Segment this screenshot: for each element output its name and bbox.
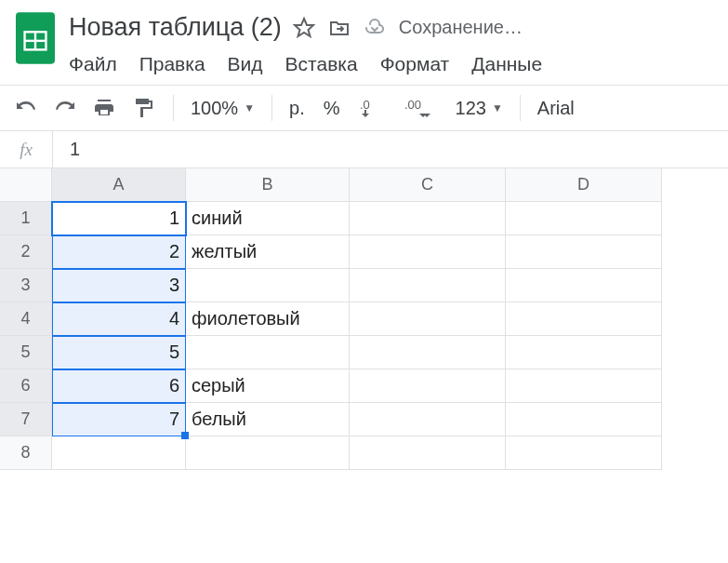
cell-a4[interactable]: 4 (52, 302, 186, 336)
cell-b1[interactable]: синий (186, 202, 350, 235)
menu-view[interactable]: Вид (228, 53, 263, 75)
print-button[interactable] (91, 95, 117, 121)
cell-a8[interactable] (52, 436, 186, 470)
svg-marker-4 (295, 19, 313, 36)
cell-a7[interactable]: 7 (52, 403, 186, 436)
move-folder-icon[interactable] (328, 17, 351, 39)
column-header-d[interactable]: D (506, 168, 662, 202)
format-percent-button[interactable]: % (324, 98, 340, 119)
cell-c2[interactable] (350, 235, 506, 269)
cell-b8[interactable] (186, 436, 350, 470)
column-header-b[interactable]: B (186, 168, 350, 202)
cell-c4[interactable] (350, 302, 506, 336)
cell-d6[interactable] (506, 369, 662, 403)
undo-button[interactable] (13, 95, 39, 121)
cell-d5[interactable] (506, 336, 662, 369)
zoom-value: 100% (191, 98, 238, 119)
format-currency-button[interactable]: р. (289, 98, 305, 119)
cell-c5[interactable] (350, 336, 506, 369)
paint-format-button[interactable] (130, 95, 156, 121)
row-header-8[interactable]: 8 (0, 436, 52, 470)
row-header-1[interactable]: 1 (0, 202, 52, 235)
row-header-5[interactable]: 5 (0, 336, 52, 369)
formula-input[interactable]: 1 (53, 139, 80, 160)
menu-bar: Файл Правка Вид Вставка Формат Данные (69, 46, 715, 85)
cell-b3[interactable] (186, 269, 350, 302)
cell-a1[interactable]: 1 (52, 202, 186, 235)
row-header-4[interactable]: 4 (0, 302, 52, 336)
cell-b2[interactable]: желтый (186, 235, 350, 269)
cell-c1[interactable] (350, 202, 506, 235)
cell-b6[interactable]: серый (186, 369, 350, 403)
cell-c3[interactable] (350, 269, 506, 302)
svg-text:.00: .00 (404, 98, 421, 112)
column-header-a[interactable]: A (52, 168, 186, 202)
cell-b7[interactable]: белый (186, 403, 350, 436)
cell-d3[interactable] (506, 269, 662, 302)
document-title[interactable]: Новая таблица (2) (69, 13, 282, 42)
cloud-sync-icon (364, 17, 386, 39)
number-format-dropdown[interactable]: 123 ▼ (456, 98, 503, 119)
number-format-label: 123 (456, 98, 486, 119)
menu-file[interactable]: Файл (69, 53, 117, 75)
menu-format[interactable]: Формат (380, 53, 450, 75)
cell-a5[interactable]: 5 (52, 336, 186, 369)
formula-bar: fx 1 (0, 131, 728, 168)
cell-b4[interactable]: фиолетовый (186, 302, 350, 336)
column-header-c[interactable]: C (350, 168, 506, 202)
select-all-corner[interactable] (0, 168, 52, 202)
cell-d1[interactable] (506, 202, 662, 235)
decrease-decimal-button[interactable]: .0 (359, 95, 385, 121)
menu-data[interactable]: Данные (471, 53, 542, 75)
toolbar: 100% ▼ р. % .0 .00 123 ▼ Arial (0, 85, 728, 131)
cell-b5[interactable] (186, 336, 350, 369)
cell-c8[interactable] (350, 436, 506, 470)
font-dropdown[interactable]: Arial (537, 98, 575, 119)
increase-decimal-button[interactable]: .00 (404, 95, 437, 121)
cell-a3[interactable]: 3 (52, 269, 186, 302)
fx-icon: fx (0, 140, 52, 160)
cell-c7[interactable] (350, 403, 506, 436)
menu-edit[interactable]: Правка (139, 53, 205, 75)
redo-button[interactable] (52, 95, 78, 121)
zoom-dropdown[interactable]: 100% ▼ (191, 98, 255, 119)
cell-c6[interactable] (350, 369, 506, 403)
chevron-down-icon: ▼ (492, 101, 503, 114)
row-header-7[interactable]: 7 (0, 403, 52, 436)
row-header-6[interactable]: 6 (0, 369, 52, 403)
cell-a6[interactable]: 6 (52, 369, 186, 403)
saving-status: Сохранение… (399, 17, 523, 38)
star-icon[interactable] (293, 17, 315, 39)
menu-insert[interactable]: Вставка (285, 53, 358, 75)
sheets-logo[interactable] (13, 9, 58, 67)
cell-a2[interactable]: 2 (52, 235, 186, 269)
cell-d4[interactable] (506, 302, 662, 336)
cell-d2[interactable] (506, 235, 662, 269)
row-header-3[interactable]: 3 (0, 269, 52, 302)
cell-d8[interactable] (506, 436, 662, 470)
spreadsheet-grid[interactable]: A B C D 1 1 синий 2 2 желтый 3 3 4 4 фио… (0, 168, 728, 470)
cell-d7[interactable] (506, 403, 662, 436)
row-header-2[interactable]: 2 (0, 235, 52, 269)
chevron-down-icon: ▼ (244, 101, 255, 114)
svg-text:.0: .0 (360, 98, 370, 112)
